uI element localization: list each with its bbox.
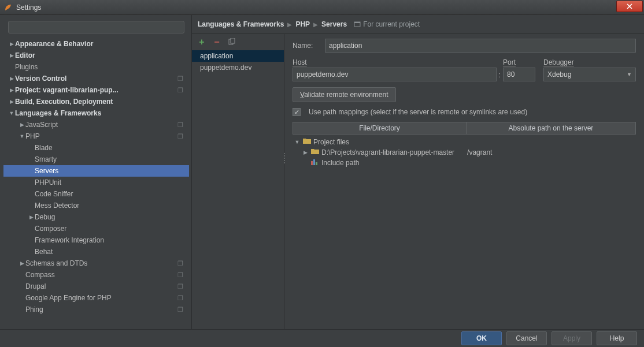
sidebar-item-label: Drupal [25, 282, 177, 290]
host-port-colon: : [497, 71, 503, 81]
add-server-button[interactable]: + [198, 38, 206, 46]
tree-arrow-icon[interactable]: ▶ [8, 41, 15, 47]
svg-rect-6 [311, 161, 313, 165]
mapping-col-server[interactable]: Absolute path on the server [467, 122, 635, 134]
sidebar-item-label: Phing [25, 305, 177, 314]
sidebar-item[interactable]: Google App Engine for PHP❐ [3, 292, 189, 304]
copy-icon: ❐ [177, 260, 186, 267]
debugger-value: Xdebug [547, 70, 571, 79]
tree-arrow-icon[interactable]: ▶ [8, 99, 15, 105]
host-input[interactable] [293, 68, 497, 81]
host-label: Host [293, 58, 497, 66]
dialog-footer: OK Cancel Apply Help [0, 329, 644, 347]
copy-icon: ❐ [177, 306, 186, 314]
server-list-item[interactable]: application [192, 50, 284, 62]
sidebar-item[interactable]: ▼PHP❐ [3, 130, 189, 142]
project-files-label: Project files [313, 138, 349, 146]
sidebar-item[interactable]: Compass❐ [3, 269, 189, 281]
sidebar-item-label: PHPUnit [35, 178, 177, 186]
svg-rect-3 [354, 22, 360, 23]
cancel-button[interactable]: Cancel [506, 331, 547, 345]
sidebar-item[interactable]: ▼Languages & Frameworks [3, 107, 189, 119]
svg-rect-8 [316, 162, 317, 165]
sidebar-item[interactable]: PHPUnit [3, 177, 189, 188]
sidebar-item-label: Debug [35, 213, 177, 221]
settings-sidebar: ▶Appearance & Behavior▶EditorPlugins▶Ver… [0, 15, 192, 329]
chevron-right-icon: ▶ [287, 21, 292, 28]
help-button[interactable]: Help [597, 331, 637, 345]
project-path-label: D:\Projects\vagrant-librarian-puppet-mas… [321, 148, 454, 156]
title-bar: Settings [0, 0, 644, 15]
debugger-select[interactable]: Xdebug ▼ [543, 68, 636, 81]
settings-tree[interactable]: ▶Appearance & Behavior▶EditorPlugins▶Ver… [3, 37, 189, 327]
breadcrumb-section: Servers [321, 20, 347, 28]
sidebar-item[interactable]: ▶Version Control❐ [3, 73, 189, 84]
tree-arrow-icon[interactable]: ▶ [8, 76, 15, 81]
sidebar-item[interactable]: ▶Schemas and DTDs❐ [3, 258, 189, 269]
tree-arrow-icon[interactable]: ▶ [302, 150, 309, 155]
svg-rect-5 [231, 38, 235, 43]
mapping-tree[interactable]: ▼ Project files ▶ D:\Projects\vagrant-li… [293, 135, 636, 170]
mapped-path-value[interactable]: /vagrant [467, 148, 492, 156]
sidebar-item[interactable]: ▶JavaScript❐ [3, 119, 189, 130]
sidebar-item[interactable]: ▶Debug [3, 211, 189, 223]
debugger-label: Debugger [543, 58, 636, 66]
server-list-item[interactable]: puppetdemo.dev [192, 62, 284, 73]
copy-icon: ❐ [177, 133, 186, 140]
search-wrap [3, 20, 189, 37]
splitter-handle[interactable] [283, 150, 286, 167]
tree-arrow-icon[interactable]: ▼ [294, 139, 301, 145]
sidebar-item[interactable]: ▶Project: vagrant-librarian-pup...❐ [3, 84, 189, 96]
breadcrumb-section[interactable]: Languages & Frameworks [198, 20, 284, 28]
copy-icon: ❐ [177, 271, 186, 279]
sidebar-item[interactable]: ▶Build, Execution, Deployment [3, 96, 189, 107]
remove-server-button[interactable]: − [213, 38, 221, 46]
sidebar-item[interactable]: ▶Appearance & Behavior [3, 38, 189, 50]
window-close-button[interactable] [616, 1, 643, 12]
chevron-right-icon: ▶ [313, 21, 318, 28]
sidebar-item[interactable]: Code Sniffer [3, 188, 189, 200]
sidebar-item[interactable]: Servers [3, 165, 189, 177]
apply-button[interactable]: Apply [552, 331, 592, 345]
sidebar-item[interactable]: Smarty [3, 154, 189, 165]
sidebar-item-label: Servers [35, 167, 177, 175]
sidebar-item-label: Framework Integration [35, 236, 177, 244]
sidebar-item[interactable]: Plugins [3, 61, 189, 73]
sidebar-item-label: Google App Engine for PHP [25, 294, 177, 302]
tree-arrow-icon[interactable]: ▶ [28, 214, 35, 220]
app-icon [3, 3, 13, 12]
copy-icon: ❐ [177, 294, 186, 302]
sidebar-item-label: Editor [15, 51, 177, 59]
breadcrumb: Languages & Frameworks ▶ PHP ▶ Servers F… [192, 15, 644, 33]
tree-arrow-icon[interactable]: ▶ [8, 53, 15, 58]
sidebar-item[interactable]: Mess Detector [3, 200, 189, 211]
ok-button[interactable]: OK [461, 331, 502, 345]
server-list[interactable]: applicationpuppetdemo.dev [192, 50, 284, 329]
sidebar-item[interactable]: ▶Editor [3, 50, 189, 61]
sidebar-item[interactable]: Composer [3, 223, 189, 234]
server-name-input[interactable] [325, 39, 636, 53]
validate-remote-label: Validate remote environment [300, 91, 388, 99]
server-toolbar: + − [192, 34, 284, 50]
main-panel: Languages & Frameworks ▶ PHP ▶ Servers F… [192, 15, 644, 329]
port-input[interactable] [503, 68, 535, 81]
tree-arrow-icon[interactable]: ▼ [8, 110, 15, 116]
sidebar-item-label: Appearance & Behavior [15, 40, 177, 48]
sidebar-item-label: Languages & Frameworks [15, 109, 177, 117]
tree-arrow-icon[interactable]: ▼ [18, 133, 25, 139]
tree-arrow-icon[interactable]: ▶ [18, 122, 25, 128]
tree-arrow-icon[interactable]: ▶ [18, 260, 25, 266]
validate-remote-button[interactable]: Validate remote environment [293, 87, 396, 102]
use-path-mappings-checkbox[interactable] [293, 108, 301, 116]
search-input[interactable] [8, 21, 184, 33]
sidebar-item[interactable]: Drupal❐ [3, 281, 189, 292]
mapping-col-file[interactable]: File/Directory [293, 122, 467, 134]
tree-arrow-icon[interactable]: ▶ [8, 87, 15, 93]
sidebar-item[interactable]: Behat [3, 246, 189, 258]
breadcrumb-section[interactable]: PHP [295, 20, 310, 28]
sidebar-item[interactable]: Phing❐ [3, 304, 189, 315]
sidebar-item[interactable]: Blade [3, 142, 189, 154]
sidebar-item-label: Smarty [35, 155, 177, 163]
copy-server-button[interactable] [228, 38, 236, 46]
sidebar-item[interactable]: Framework Integration [3, 234, 189, 246]
